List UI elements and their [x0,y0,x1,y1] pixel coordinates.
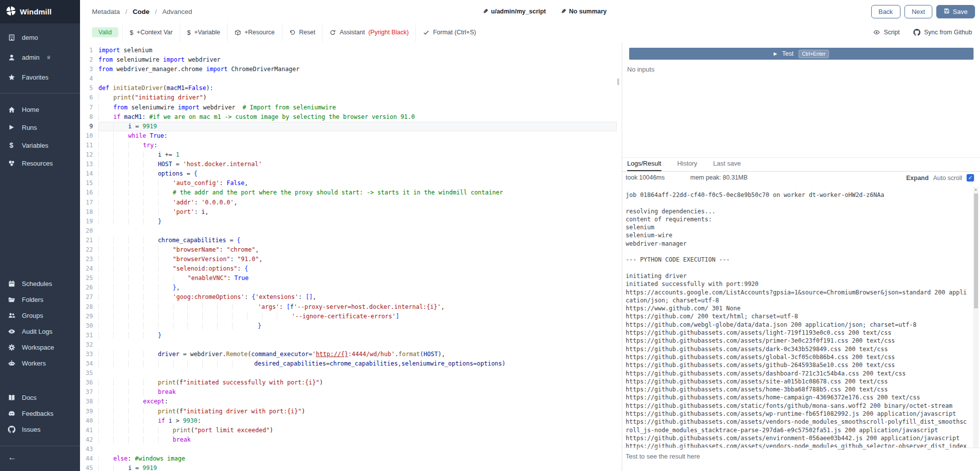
code-line-39[interactable]: print(f"initiating driver with port:{i}"… [98,407,617,416]
test-panel: ▶ Test Ctrl+Enter No inputs Logs/ResultH… [622,42,980,471]
code-line-25[interactable]: "enableVNC": True [98,274,617,283]
tab-code[interactable]: Code [133,8,150,15]
code-line-40[interactable]: if i > 9930: [98,416,617,426]
sidebar-item-home[interactable]: Home [0,100,80,118]
sidebar-item-docs[interactable]: Docs [0,389,80,405]
test-button[interactable]: ▶ Test Ctrl+Enter [629,48,974,60]
code-line-33[interactable]: driver = webdriver.Remote(command_execut… [98,350,617,359]
sidebar-item-runs[interactable]: Runs [0,118,80,136]
sidebar-item-admin[interactable]: admin♕ [0,47,80,67]
log-scrollbar[interactable]: ▲ [973,187,979,448]
sidebar-item-variables[interactable]: $Variables [0,136,80,154]
sidebar-item-favorites[interactable]: Favorites [0,67,80,87]
toolbar-sync-from-github-button[interactable]: Sync from Github [913,23,972,42]
toolbar-item-label: Script [884,29,899,36]
code-line-17[interactable]: 'addr': '0.0.0.0', [98,198,617,207]
code-line-28[interactable]: 'args': [f'--proxy-server=host.docker.in… [98,302,617,312]
code-line-41[interactable]: print("port limit exceeded") [98,426,617,435]
collapse-sidebar-button[interactable]: ← [0,446,80,469]
toolbar--context-var-button[interactable]: $+Context Var [122,23,180,42]
code-line-6[interactable]: print("initiating driver") [98,93,617,102]
code-line-4[interactable] [98,74,617,84]
next-button[interactable]: Next [904,5,933,18]
log-line: https://github.githubassets.com/assets/e… [626,434,968,442]
tab-metadata[interactable]: Metadata [92,8,120,15]
code-line-5[interactable]: def initiateDriver(macM1=False): [98,84,617,93]
sidebar-item-label: Favorites [22,74,48,81]
code-line-31[interactable]: } [98,331,617,340]
tab-history[interactable]: History [677,160,697,170]
tab-last-save[interactable]: Last save [713,160,741,170]
toolbar-assistant-button[interactable]: Assistant (Pyright Black) [322,23,415,42]
sidebar-item-schedules[interactable]: Schedules [0,276,80,291]
coins-icon [7,160,16,167]
expand-button[interactable]: Expand [906,175,928,182]
code-line-13[interactable]: HOST = 'host.docker.internal' [98,160,617,169]
back-button[interactable]: Back [871,5,900,18]
windmill-app: Windmill demoadmin♕FavoritesHomeRuns$Var… [0,0,980,471]
code-line-24[interactable]: "selenoid:options": { [98,264,617,274]
code-line-12[interactable]: i += 1 [98,150,617,160]
code-line-2[interactable]: from seleniumwire import webdriver [98,55,617,65]
code-line-15[interactable]: 'auto_config': False, [98,179,617,188]
tab-logs-result[interactable]: Logs/Result [627,160,661,171]
code-line-3[interactable]: from webdriver_manager.chrome import Chr… [98,65,617,74]
code-line-44[interactable]: else: #windows image [98,454,617,464]
sidebar-item-workspace[interactable]: Workspace [0,339,80,355]
code-line-32[interactable] [98,340,617,350]
code-line-11[interactable]: try: [98,141,617,150]
tab-advanced[interactable]: Advanced [163,8,192,15]
save-button[interactable]: Save [936,5,975,18]
sidebar-item-groups[interactable]: Groups [0,307,80,323]
sidebar-item-audit-logs[interactable]: Audit Logs [0,323,80,339]
toolbar-script-button[interactable]: Script [873,23,899,42]
log-line: https://www.github.com/ 301 None [626,304,968,312]
code-line-22[interactable]: "browserName": "chrome", [98,245,617,255]
log-scrollbar-thumb[interactable] [974,193,978,308]
autoscroll-label[interactable]: Auto scroll [933,175,962,182]
code-line-1[interactable]: import selenium [98,46,617,55]
scroll-up-arrow[interactable]: ▲ [973,188,979,191]
code-line-20[interactable] [98,226,617,236]
code-line-16[interactable]: # the addr and the port where the proxy … [98,188,617,197]
code-line-21[interactable]: chrome_capabilities = { [98,236,617,245]
code-line-35[interactable] [98,369,617,378]
toolbar-format-ctrl-s--button[interactable]: Format (Ctrl+S) [415,23,483,42]
code-line-37[interactable]: break [98,387,617,397]
code-line-38[interactable]: except: [98,397,617,406]
editor-code[interactable]: import seleniumfrom seleniumwire import … [98,46,617,471]
code-editor[interactable]: 1234567891011121314151617181920212223242… [80,42,622,471]
script-summary[interactable]: ✎ No summary [561,0,607,23]
toolbar-reset-button[interactable]: Reset [282,23,323,42]
windmill-logo[interactable]: Windmill [0,0,80,23]
toolbar--resource-button[interactable]: +Resource [227,23,282,42]
code-line-43[interactable] [98,445,617,454]
code-line-9[interactable]: i = 9919 [98,122,617,131]
code-line-10[interactable]: while True: [98,131,617,141]
code-line-36[interactable]: print(f"initiated successfully with port… [98,378,617,387]
sidebar-item-workers[interactable]: Workers [0,355,80,371]
code-line-27[interactable]: 'goog:chromeOptions': {'extensions': [], [98,292,617,302]
autoscroll-checkbox[interactable]: ✓ [967,174,974,182]
code-line-18[interactable]: 'port': i, [98,207,617,217]
code-line-7[interactable]: from seleniumwire import webdriver # Imp… [98,103,617,112]
code-line-29[interactable]: '--ignore-certificate-errors'] [98,312,617,321]
toolbar--variable-button[interactable]: $+Variable [180,23,227,42]
code-line-45[interactable]: i = 9919 [98,464,617,471]
code-line-23[interactable]: "browserVersion": "91.0", [98,255,617,264]
script-path[interactable]: ✎ u/admin/my_script [483,0,546,23]
code-line-42[interactable]: break [98,435,617,445]
script-path-label: u/admin/my_script [491,8,546,15]
sidebar-item-resources[interactable]: Resources [0,154,80,172]
sidebar-item-issues[interactable]: Issues [0,421,80,437]
sidebar-item-feedbacks[interactable]: Feedbacks [0,405,80,421]
log-output[interactable]: job 01864aff-22dd-cf40-f0c5-0ec8e9b50c70… [626,187,968,452]
sidebar-item-demo[interactable]: demo [0,27,80,47]
code-line-14[interactable]: options = { [98,169,617,179]
sidebar-item-folders[interactable]: Folders [0,291,80,307]
code-line-34[interactable]: desired_capabilities=chrome_capabilities… [98,359,617,369]
code-line-26[interactable]: }, [98,283,617,292]
code-line-8[interactable]: if macM1: #if we are on mac m1 -> custom… [98,112,617,122]
code-line-30[interactable]: } [98,321,617,331]
code-line-19[interactable]: } [98,217,617,226]
